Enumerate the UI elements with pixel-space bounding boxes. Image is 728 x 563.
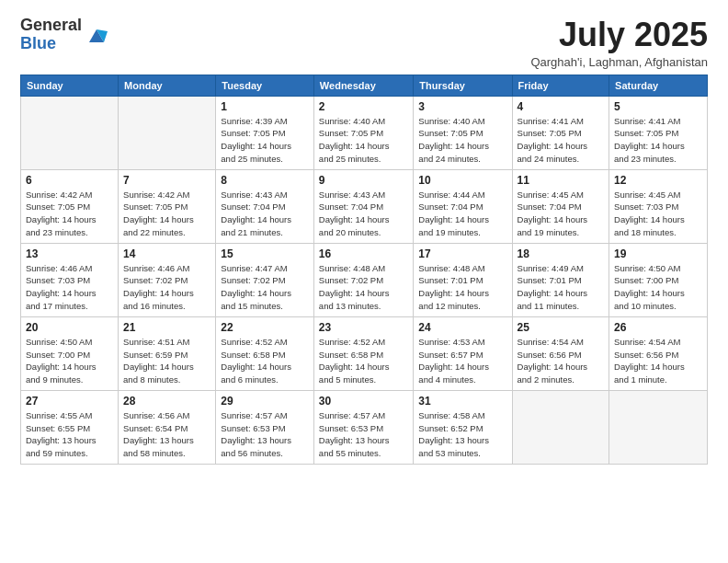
calendar-cell: 13Sunrise: 4:46 AMSunset: 7:03 PMDayligh… <box>21 243 119 316</box>
day-number: 31 <box>418 395 506 408</box>
day-number: 17 <box>418 247 506 260</box>
day-number: 8 <box>221 174 309 187</box>
calendar-cell: 10Sunrise: 4:44 AMSunset: 7:04 PMDayligh… <box>414 169 512 243</box>
day-detail: Sunrise: 4:52 AMSunset: 6:58 PMDaylight:… <box>221 336 309 386</box>
day-detail: Sunrise: 4:52 AMSunset: 6:58 PMDaylight:… <box>319 336 409 386</box>
day-number: 13 <box>26 247 113 260</box>
day-detail: Sunrise: 4:48 AMSunset: 7:02 PMDaylight:… <box>319 262 409 313</box>
day-number: 28 <box>123 395 210 408</box>
calendar-week-row: 1Sunrise: 4:39 AMSunset: 7:05 PMDaylight… <box>21 96 708 169</box>
calendar-cell <box>512 390 609 464</box>
day-detail: Sunrise: 4:39 AMSunset: 7:05 PMDaylight:… <box>221 115 309 166</box>
calendar-cell <box>119 96 216 169</box>
calendar-cell: 29Sunrise: 4:57 AMSunset: 6:53 PMDayligh… <box>216 390 314 464</box>
day-number: 25 <box>518 321 605 334</box>
weekday-header-monday: Monday <box>119 75 216 96</box>
weekday-header-wednesday: Wednesday <box>313 75 414 96</box>
day-number: 15 <box>221 247 309 260</box>
day-detail: Sunrise: 4:41 AMSunset: 7:05 PMDaylight:… <box>518 115 605 166</box>
calendar-cell: 2Sunrise: 4:40 AMSunset: 7:05 PMDaylight… <box>313 96 414 169</box>
weekday-header-thursday: Thursday <box>414 75 512 96</box>
calendar-cell: 27Sunrise: 4:55 AMSunset: 6:55 PMDayligh… <box>21 390 119 464</box>
calendar-cell <box>21 96 119 169</box>
day-detail: Sunrise: 4:40 AMSunset: 7:05 PMDaylight:… <box>319 115 409 166</box>
day-detail: Sunrise: 4:54 AMSunset: 6:56 PMDaylight:… <box>518 336 605 386</box>
page: General Blue July 2025 Qarghah'i, Laghma… <box>0 0 728 563</box>
calendar-cell: 18Sunrise: 4:49 AMSunset: 7:01 PMDayligh… <box>512 243 609 316</box>
logo-general-text: General <box>20 16 82 34</box>
calendar-cell: 19Sunrise: 4:50 AMSunset: 7:00 PMDayligh… <box>609 243 708 316</box>
day-number: 2 <box>319 100 409 113</box>
day-number: 26 <box>614 321 702 334</box>
calendar-cell: 9Sunrise: 4:43 AMSunset: 7:04 PMDaylight… <box>313 169 414 243</box>
day-detail: Sunrise: 4:44 AMSunset: 7:04 PMDaylight:… <box>418 189 506 239</box>
calendar-cell: 7Sunrise: 4:42 AMSunset: 7:05 PMDaylight… <box>119 169 216 243</box>
title-block: July 2025 Qarghah'i, Laghman, Afghanista… <box>530 17 708 69</box>
day-number: 12 <box>614 174 702 187</box>
day-number: 10 <box>418 174 506 187</box>
calendar-week-row: 20Sunrise: 4:50 AMSunset: 7:00 PMDayligh… <box>21 316 708 390</box>
calendar-cell: 16Sunrise: 4:48 AMSunset: 7:02 PMDayligh… <box>313 243 414 316</box>
day-number: 11 <box>518 174 605 187</box>
day-number: 3 <box>418 100 506 113</box>
calendar-cell: 3Sunrise: 4:40 AMSunset: 7:05 PMDaylight… <box>414 96 512 169</box>
location: Qarghah'i, Laghman, Afghanistan <box>530 55 708 69</box>
day-number: 19 <box>614 247 702 260</box>
day-detail: Sunrise: 4:55 AMSunset: 6:55 PMDaylight:… <box>26 409 113 460</box>
calendar-cell: 25Sunrise: 4:54 AMSunset: 6:56 PMDayligh… <box>512 316 609 390</box>
calendar-cell: 1Sunrise: 4:39 AMSunset: 7:05 PMDaylight… <box>216 96 314 169</box>
day-detail: Sunrise: 4:41 AMSunset: 7:05 PMDaylight:… <box>614 115 702 166</box>
day-detail: Sunrise: 4:53 AMSunset: 6:57 PMDaylight:… <box>418 336 506 386</box>
day-number: 14 <box>123 247 210 260</box>
calendar-cell <box>609 390 708 464</box>
calendar-week-row: 27Sunrise: 4:55 AMSunset: 6:55 PMDayligh… <box>21 390 708 464</box>
calendar-cell: 11Sunrise: 4:45 AMSunset: 7:04 PMDayligh… <box>512 169 609 243</box>
day-detail: Sunrise: 4:40 AMSunset: 7:05 PMDaylight:… <box>418 115 506 166</box>
weekday-header-friday: Friday <box>512 75 609 96</box>
day-number: 18 <box>518 247 605 260</box>
calendar-cell: 5Sunrise: 4:41 AMSunset: 7:05 PMDaylight… <box>609 96 708 169</box>
day-number: 9 <box>319 174 409 187</box>
day-detail: Sunrise: 4:43 AMSunset: 7:04 PMDaylight:… <box>319 189 409 239</box>
day-detail: Sunrise: 4:54 AMSunset: 6:56 PMDaylight:… <box>614 336 702 386</box>
day-number: 27 <box>26 395 113 408</box>
calendar-week-row: 13Sunrise: 4:46 AMSunset: 7:03 PMDayligh… <box>21 243 708 316</box>
day-number: 23 <box>319 321 409 334</box>
day-detail: Sunrise: 4:57 AMSunset: 6:53 PMDaylight:… <box>221 409 309 460</box>
calendar-cell: 20Sunrise: 4:50 AMSunset: 7:00 PMDayligh… <box>21 316 119 390</box>
calendar-cell: 4Sunrise: 4:41 AMSunset: 7:05 PMDaylight… <box>512 96 609 169</box>
calendar-cell: 8Sunrise: 4:43 AMSunset: 7:04 PMDaylight… <box>216 169 314 243</box>
day-detail: Sunrise: 4:46 AMSunset: 7:03 PMDaylight:… <box>26 262 113 313</box>
logo-blue-text: Blue <box>20 34 56 52</box>
month-title: July 2025 <box>530 17 708 53</box>
calendar-cell: 22Sunrise: 4:52 AMSunset: 6:58 PMDayligh… <box>216 316 314 390</box>
logo: General Blue <box>20 17 109 53</box>
calendar-cell: 24Sunrise: 4:53 AMSunset: 6:57 PMDayligh… <box>414 316 512 390</box>
calendar-cell: 6Sunrise: 4:42 AMSunset: 7:05 PMDaylight… <box>21 169 119 243</box>
header: General Blue July 2025 Qarghah'i, Laghma… <box>20 17 708 69</box>
day-number: 21 <box>123 321 210 334</box>
day-detail: Sunrise: 4:50 AMSunset: 7:00 PMDaylight:… <box>26 336 113 386</box>
day-detail: Sunrise: 4:45 AMSunset: 7:03 PMDaylight:… <box>614 189 702 239</box>
day-detail: Sunrise: 4:56 AMSunset: 6:54 PMDaylight:… <box>123 409 210 460</box>
day-detail: Sunrise: 4:42 AMSunset: 7:05 PMDaylight:… <box>123 189 210 239</box>
day-detail: Sunrise: 4:46 AMSunset: 7:02 PMDaylight:… <box>123 262 210 313</box>
day-number: 30 <box>319 395 409 408</box>
calendar-week-row: 6Sunrise: 4:42 AMSunset: 7:05 PMDaylight… <box>21 169 708 243</box>
calendar-cell: 17Sunrise: 4:48 AMSunset: 7:01 PMDayligh… <box>414 243 512 316</box>
day-detail: Sunrise: 4:50 AMSunset: 7:00 PMDaylight:… <box>614 262 702 313</box>
day-number: 24 <box>418 321 506 334</box>
day-detail: Sunrise: 4:43 AMSunset: 7:04 PMDaylight:… <box>221 189 309 239</box>
day-detail: Sunrise: 4:58 AMSunset: 6:52 PMDaylight:… <box>418 409 506 460</box>
calendar-cell: 23Sunrise: 4:52 AMSunset: 6:58 PMDayligh… <box>313 316 414 390</box>
calendar-table: SundayMondayTuesdayWednesdayThursdayFrid… <box>20 75 708 465</box>
calendar-cell: 30Sunrise: 4:57 AMSunset: 6:53 PMDayligh… <box>313 390 414 464</box>
calendar-cell: 12Sunrise: 4:45 AMSunset: 7:03 PMDayligh… <box>609 169 708 243</box>
day-number: 5 <box>614 100 702 113</box>
day-detail: Sunrise: 4:45 AMSunset: 7:04 PMDaylight:… <box>518 189 605 239</box>
day-detail: Sunrise: 4:47 AMSunset: 7:02 PMDaylight:… <box>221 262 309 313</box>
day-detail: Sunrise: 4:51 AMSunset: 6:59 PMDaylight:… <box>123 336 210 386</box>
day-number: 20 <box>26 321 113 334</box>
day-number: 6 <box>26 174 113 187</box>
calendar-cell: 26Sunrise: 4:54 AMSunset: 6:56 PMDayligh… <box>609 316 708 390</box>
